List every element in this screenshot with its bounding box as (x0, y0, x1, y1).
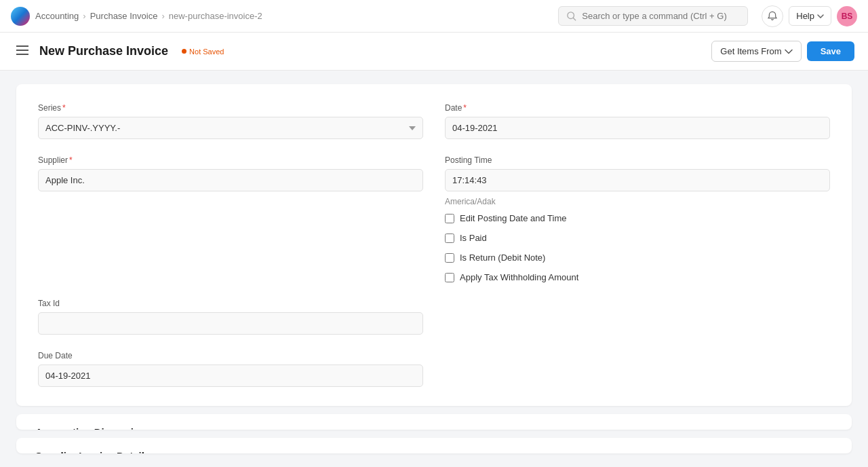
is-paid-checkbox-item[interactable]: Is Paid (445, 233, 830, 243)
due-date-input[interactable] (38, 365, 423, 387)
apply-tax-label: Apply Tax Withholding Amount (460, 272, 578, 282)
date-required: * (463, 103, 467, 113)
not-saved-label: Not Saved (189, 48, 224, 56)
right-column: Posting Time America/Adak Edit Posting D… (445, 155, 830, 282)
series-label: Series* (38, 103, 423, 113)
search-input[interactable] (582, 11, 739, 21)
form-card: Series* ACC-PINV-.YYYY.- Date* Supplier* (16, 84, 852, 406)
supplier-invoice-details-title: Supplier Invoice Details (35, 450, 150, 453)
checkbox-group: Edit Posting Date and Time Is Paid Is Re… (445, 213, 830, 282)
supplier-invoice-details-section: Supplier Invoice Details (16, 438, 852, 453)
edit-posting-label: Edit Posting Date and Time (460, 213, 567, 223)
apply-tax-checkbox-item[interactable]: Apply Tax Withholding Amount (445, 272, 830, 282)
series-group: Series* ACC-PINV-.YYYY.- (38, 103, 423, 139)
nav-actions: Help BS (762, 5, 857, 27)
form-grid: Series* ACC-PINV-.YYYY.- Date* Supplier* (38, 103, 830, 387)
tax-id-label: Tax Id (38, 299, 423, 308)
breadcrumb-sep-2: › (161, 11, 164, 21)
is-return-label: Is Return (Debit Note) (460, 253, 545, 263)
search-bar[interactable] (558, 6, 748, 26)
timezone-text: America/Adak (445, 197, 830, 206)
tax-id-group: Tax Id (38, 299, 423, 335)
is-return-checkbox-item[interactable]: Is Return (Debit Note) (445, 253, 830, 263)
page-title: New Purchase Invoice (39, 44, 168, 58)
sidebar-toggle[interactable] (14, 43, 31, 60)
series-required: * (62, 103, 66, 113)
due-date-group: Due Date (38, 351, 423, 387)
breadcrumb-accounting[interactable]: Accounting (35, 11, 79, 21)
top-nav: Accounting › Purchase Invoice › new-purc… (0, 0, 868, 33)
breadcrumb: Accounting › Purchase Invoice › new-purc… (35, 11, 262, 21)
not-saved-dot (182, 49, 186, 54)
hamburger-icon (16, 45, 28, 55)
help-chevron-icon (817, 14, 824, 18)
series-select[interactable]: ACC-PINV-.YYYY.- (38, 117, 423, 139)
date-group: Date* (445, 103, 830, 139)
is-paid-checkbox[interactable] (445, 234, 454, 243)
posting-time-input[interactable] (445, 169, 830, 191)
svg-line-1 (573, 18, 576, 20)
supplier-invoice-details-header[interactable]: Supplier Invoice Details (16, 438, 852, 453)
avatar[interactable]: BS (837, 6, 857, 26)
edit-posting-checkbox[interactable] (445, 214, 454, 223)
search-icon (567, 12, 576, 21)
supplier-invoice-details-chevron-icon (158, 453, 167, 454)
not-saved-badge: Not Saved (176, 46, 229, 57)
accounting-dimensions-title: Accounting Dimensions (35, 426, 152, 430)
posting-time-label: Posting Time (445, 155, 830, 165)
app-logo[interactable] (11, 7, 30, 26)
accounting-dimensions-header[interactable]: Accounting Dimensions (16, 414, 852, 430)
tax-id-input[interactable] (38, 312, 423, 335)
edit-posting-checkbox-item[interactable]: Edit Posting Date and Time (445, 213, 830, 223)
supplier-label: Supplier* (38, 155, 423, 165)
help-label: Help (796, 11, 814, 21)
get-items-chevron-icon (785, 49, 793, 54)
accounting-dimensions-chevron-icon (160, 430, 170, 430)
supplier-group: Supplier* (38, 155, 423, 282)
apply-tax-checkbox[interactable] (445, 273, 454, 282)
is-return-checkbox[interactable] (445, 253, 454, 263)
breadcrumb-sep-1: › (83, 11, 85, 21)
breadcrumb-purchase-invoice[interactable]: Purchase Invoice (90, 11, 158, 21)
date-label: Date* (445, 103, 830, 113)
is-paid-label: Is Paid (460, 233, 487, 243)
breadcrumb-current: new-purchase-invoice-2 (169, 11, 262, 21)
supplier-input[interactable] (38, 169, 423, 191)
supplier-required: * (69, 155, 73, 165)
header-actions: Get Items From Save (711, 41, 854, 62)
get-items-label: Get Items From (720, 46, 781, 56)
main-content: Series* ACC-PINV-.YYYY.- Date* Supplier* (0, 71, 868, 467)
page-header: New Purchase Invoice Not Saved Get Items… (0, 33, 868, 71)
save-button[interactable]: Save (807, 41, 854, 61)
due-date-label: Due Date (38, 351, 423, 360)
get-items-button[interactable]: Get Items From (711, 41, 801, 62)
bell-icon (767, 11, 778, 22)
help-button[interactable]: Help (789, 6, 831, 26)
date-input[interactable] (445, 117, 830, 139)
notifications-button[interactable] (762, 5, 783, 27)
accounting-dimensions-section: Accounting Dimensions (16, 414, 852, 430)
empty-col (445, 299, 830, 335)
